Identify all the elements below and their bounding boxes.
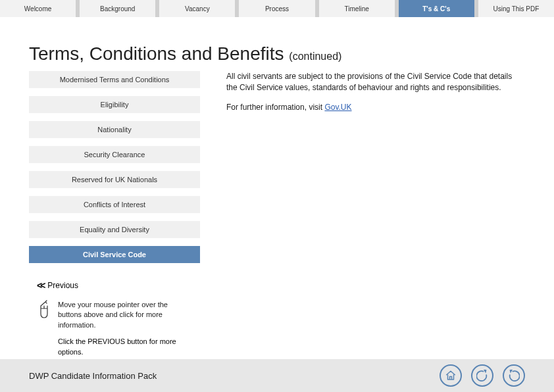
home-button[interactable] <box>440 364 462 387</box>
side-item-eligibility[interactable]: Eligibility <box>29 96 200 113</box>
side-item-nationality[interactable]: Nationality <box>29 121 200 138</box>
tab-welcome[interactable]: Welcome <box>0 0 80 17</box>
page-title-main: Terms, Conditions and Benefits <box>29 43 284 64</box>
mouse-pointer-icon <box>37 300 50 321</box>
side-item-conflicts[interactable]: Conflicts of Interest <box>29 196 200 213</box>
page-title: Terms, Conditions and Benefits (continue… <box>29 43 554 64</box>
hint2-text: Click the PREVIOUS button for more optio… <box>58 337 186 357</box>
previous-button[interactable]: << Previous <box>37 280 554 291</box>
back-button[interactable] <box>471 364 493 387</box>
arrow-right-icon <box>508 370 520 381</box>
tab-ts-and-cs[interactable]: T's & C's <box>399 0 478 17</box>
forward-button[interactable] <box>503 364 525 387</box>
side-item-reserved-uk[interactable]: Reserved for UK Nationals <box>29 171 200 188</box>
side-list: Modernised Terms and Conditions Eligibil… <box>29 71 200 271</box>
tab-process[interactable]: Process <box>239 0 318 17</box>
gov-uk-link[interactable]: Gov.UK <box>324 103 351 112</box>
tab-timeline[interactable]: Timeline <box>319 0 399 17</box>
footer-title: DWP Candidate Information Pack <box>29 371 157 381</box>
side-item-modernised-tc[interactable]: Modernised Terms and Conditions <box>29 71 200 88</box>
side-item-equality-diversity[interactable]: Equality and Diversity <box>29 221 200 238</box>
body-para2-prefix: For further information, visit <box>226 103 324 112</box>
hint1-text: Move your mouse pointer over the buttons… <box>58 300 188 330</box>
arrow-left-icon <box>476 370 488 381</box>
body-para2: For further information, visit Gov.UK <box>226 102 525 113</box>
tab-background[interactable]: Background <box>80 0 159 17</box>
previous-label: Previous <box>47 281 78 290</box>
chevron-left-icon: << <box>37 280 43 291</box>
hint-block: Move your mouse pointer over the buttons… <box>37 300 188 330</box>
content-area: Modernised Terms and Conditions Eligibil… <box>0 71 554 271</box>
page-title-suffix: (continued) <box>289 51 341 62</box>
body-text: All civil servants are subject to the pr… <box>200 71 525 271</box>
side-item-security-clearance[interactable]: Security Clearance <box>29 146 200 163</box>
body-para1: All civil servants are subject to the pr… <box>226 71 525 94</box>
tab-using-pdf[interactable]: Using This PDF <box>478 0 554 17</box>
side-item-civil-service-code[interactable]: Civil Service Code <box>29 246 200 263</box>
top-nav: Welcome Background Vacancy Process Timel… <box>0 0 554 17</box>
footer: DWP Candidate Information Pack <box>0 359 554 392</box>
footer-nav <box>440 364 525 387</box>
home-icon <box>445 370 457 381</box>
tab-vacancy[interactable]: Vacancy <box>159 0 239 17</box>
